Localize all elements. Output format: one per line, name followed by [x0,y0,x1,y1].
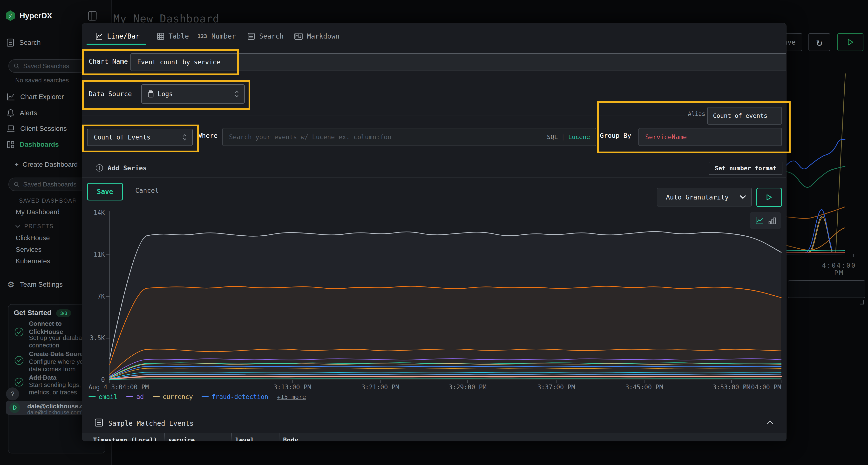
step-desc: Configure where your data comes from [29,358,90,373]
x-axis-label: 3:29:00 PM [436,384,499,391]
y-axis-label: 3.5K [86,334,105,342]
laptop-icon [7,125,15,132]
presets-section[interactable]: PRESETS [15,223,54,230]
run-chart-button[interactable] [756,188,782,207]
hyperdx-logo-icon: ⚡ [5,10,15,21]
refresh-button[interactable]: ↻ [808,33,830,51]
x-axis-label: 3:37:00 PM [525,384,588,391]
sidebar-item-clickhouse[interactable]: ClickHouse [16,234,50,242]
tab-line-bar[interactable]: Line/Bar [95,32,140,40]
sidebar-item-search[interactable]: Search [7,38,41,47]
legend-item-currency[interactable]: currency [153,393,193,400]
aggregation-value: Count of Events [94,134,151,141]
plus-icon: + [14,161,19,169]
tab-number[interactable]: 123 Number [197,32,236,40]
group-by-input[interactable] [639,128,782,146]
team-settings-label: Team Settings [20,281,62,289]
legend-label: ad [136,393,144,400]
x-axis-label: 3:21:00 PM [349,384,411,391]
sidebar-item-chart-explorer[interactable]: Chart Explorer [7,93,64,101]
add-series-button[interactable]: Add Series [95,164,147,172]
where-input[interactable]: SQL | Lucene [222,128,596,146]
lang-divider: | [561,133,565,140]
step-title: Add Data [29,373,56,381]
legend-dash-icon [153,396,160,397]
svg-text:⚡: ⚡ [8,12,12,20]
step-title: Connect to ClickHouse [29,320,77,336]
sidebar-item-kubernetes[interactable]: Kubernetes [16,257,50,265]
sidebar-item-team-settings[interactable]: ⚙ Team Settings [7,280,63,289]
saved-dashboards-section[interactable]: SAVED DASHBOARDS [15,198,75,204]
data-source-label: Data Source [89,90,132,98]
main-chart[interactable] [82,207,786,390]
database-icon [148,90,154,98]
journal-icon [7,38,14,47]
lucene-toggle[interactable]: Lucene [568,133,590,140]
tab-search[interactable]: Search [248,32,283,40]
select-chevrons-icon [235,90,239,98]
search-icon [14,181,19,188]
logo[interactable]: ⚡ HyperDX [5,10,52,21]
table-icon [157,33,164,40]
dashboard-play-button[interactable] [837,33,863,51]
granularity-value: Auto Granularity [666,194,728,201]
active-tab-underline [87,44,146,45]
column-header[interactable]: service [164,433,231,441]
no-saved-searches-text: No saved searches [15,77,69,84]
legend-item-email[interactable]: email [89,393,117,400]
column-header[interactable]: Body [279,433,786,441]
create-dashboard-button[interactable]: + Create Dashboard [14,161,78,169]
cancel-button[interactable]: Cancel [135,187,159,194]
sidebar-item-dashboards[interactable]: Dashboards [7,141,59,148]
sidebar-item-client-sessions[interactable]: Client Sessions [7,125,67,133]
plus-circle-icon [95,164,103,172]
tab-label: Markdown [307,32,340,40]
sample-events-icon [95,419,103,427]
check-circle-icon [14,356,24,365]
play-icon [847,38,854,46]
collapse-chevron-up-icon[interactable] [767,421,774,425]
y-axis-label: 7K [86,293,105,300]
aggregation-select[interactable]: Count of Events [87,129,193,146]
chart-name-input[interactable] [130,53,786,71]
background-input[interactable] [788,280,865,298]
dashboard-grid-icon [7,141,14,148]
sample-events-title: Sample Matched Events [108,420,194,427]
alias-label: Alias [688,110,705,117]
tab-label: Search [259,32,283,40]
legend-more-link[interactable]: +15 more [277,393,306,400]
save-button[interactable]: Save [87,183,123,200]
tab-markdown[interactable]: Markdown [294,32,340,40]
column-header[interactable]: Timestamp (Local) [82,433,164,441]
sidebar-collapse-icon[interactable] [88,11,97,21]
alias-input[interactable] [707,107,782,125]
save-label: Save [97,188,113,196]
get-started-badge: 3/3 [56,309,71,317]
sidebar-item-my-dashboard[interactable]: My Dashboard [16,208,60,216]
data-source-select[interactable]: Logs [141,84,245,104]
tab-table[interactable]: Table [157,32,189,40]
sidebar-item-search-label: Search [19,39,41,46]
column-header[interactable]: level [231,433,279,441]
y-axis-label: 11K [86,251,105,258]
legend-dash-icon [89,396,96,397]
section-label: PRESETS [24,223,54,230]
legend-item-ad[interactable]: ad [126,393,144,400]
section-label: SAVED DASHBOARDS [19,198,75,204]
create-dashboard-label: Create Dashboard [23,161,78,168]
sidebar-item-services[interactable]: Services [16,246,41,254]
sidebar-item-alerts[interactable]: Alerts [7,109,37,117]
legend-item-fraud-detection[interactable]: fraud-detection [202,393,268,400]
logo-text: HyperDX [20,11,52,20]
x-axis-label: 3:45:00 PM [613,384,676,391]
background-time-label: 4:04:00 PM [815,262,863,276]
chart-line-icon [95,33,103,40]
sidebar-item-label: Alerts [20,109,37,117]
help-button[interactable]: ? [6,388,19,400]
set-number-format-button[interactable]: Set number format [709,162,782,175]
granularity-select[interactable]: Auto Granularity [657,188,752,206]
resize-handle-icon[interactable] [858,298,864,304]
sql-toggle[interactable]: SQL [547,133,558,140]
chart-legend: emailadcurrencyfraud-detection+15 more [89,393,306,400]
data-source-value: Logs [158,90,173,98]
